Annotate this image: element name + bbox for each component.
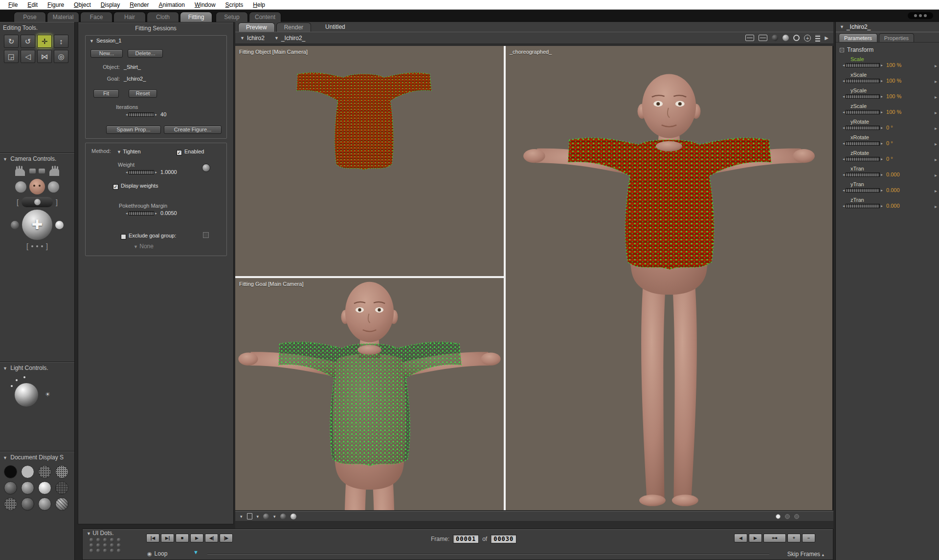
display-style-11-icon[interactable]: [38, 497, 51, 511]
dial-menu-arrow-icon[interactable]: ▸: [935, 141, 937, 147]
loop-toggle[interactable]: ◉ Loop: [147, 550, 167, 557]
pager-dot[interactable]: [794, 514, 799, 519]
menu-scripts[interactable]: Scripts: [221, 1, 248, 8]
panel-expand-arrow-icon[interactable]: ▶: [825, 35, 828, 41]
slider-track[interactable]: [846, 188, 880, 193]
ui-dot[interactable]: [103, 538, 107, 542]
fit-button[interactable]: Fit: [93, 89, 119, 98]
camera-move-ball-light-icon[interactable]: [55, 221, 64, 229]
chain-break-tool-icon[interactable]: ⋈: [37, 50, 52, 63]
footer-dropdown-icon[interactable]: ▾: [257, 514, 259, 519]
dial-slider[interactable]: ◂▸0.000: [843, 187, 900, 193]
add-keyframe-button[interactable]: +: [787, 534, 801, 542]
tab-preview[interactable]: Preview: [238, 22, 275, 32]
light-control-sphere[interactable]: [15, 383, 38, 407]
slider-track[interactable]: [846, 157, 880, 161]
camera-key-icon[interactable]: [29, 169, 36, 173]
dial-menu-arrow-icon[interactable]: ▸: [935, 157, 937, 162]
actor-selector[interactable]: ▼ _Ichiro2_: [274, 35, 305, 42]
tab-render[interactable]: Render: [276, 22, 311, 32]
display-style-7-icon[interactable]: [38, 481, 51, 495]
main-camera-viewport[interactable]: _choreographed_: [506, 46, 832, 510]
slider-right-arrow-icon[interactable]: ▸: [155, 112, 157, 117]
tab-parameters[interactable]: Parameters: [839, 33, 877, 42]
slider-track[interactable]: [129, 170, 154, 174]
pager-dot-active[interactable]: [776, 514, 781, 519]
collapse-triangle-icon[interactable]: ▼: [3, 455, 7, 460]
exclude-goal-group-checkbox[interactable]: ✓Exclude goal group:: [121, 232, 176, 239]
dial-slider[interactable]: ◂▸0.000: [843, 203, 900, 209]
weight-map-sphere-icon[interactable]: [202, 164, 210, 172]
rotate-tool-icon[interactable]: ↻: [4, 35, 19, 48]
footer-document-icon[interactable]: [247, 513, 252, 519]
tab-pose[interactable]: Pose: [14, 12, 46, 22]
menu-help[interactable]: Help: [248, 1, 269, 8]
dial-slider[interactable]: ◂▸0 °: [843, 140, 893, 146]
enabled-checkbox[interactable]: ✓Enabled: [177, 148, 204, 155]
sphere-icon[interactable]: [782, 35, 789, 41]
slider-right-arrow-icon[interactable]: ▸: [155, 211, 157, 215]
menu-animation[interactable]: Animation: [155, 1, 189, 8]
dial-slider[interactable]: ◂▸100 %: [843, 62, 901, 68]
slider-right-arrow-icon[interactable]: ▸: [881, 63, 883, 67]
stop-button[interactable]: ■: [176, 534, 189, 542]
translate-tool-icon[interactable]: ✛: [37, 35, 52, 48]
ui-dot[interactable]: [110, 538, 114, 542]
slider-left-arrow-icon[interactable]: ◂: [843, 79, 845, 83]
slider-right-arrow-icon[interactable]: ▸: [881, 79, 883, 83]
dial-menu-arrow-icon[interactable]: ▸: [935, 204, 937, 209]
go-to-start-button[interactable]: |◀: [146, 534, 159, 542]
method-dropdown[interactable]: ▼ Tighten: [117, 148, 141, 155]
footer-sphere-light-icon[interactable]: [291, 514, 296, 519]
slider-right-arrow-icon[interactable]: ▸: [881, 94, 883, 99]
slider-right-arrow-icon[interactable]: ▸: [881, 172, 883, 177]
display-style-1-icon[interactable]: [4, 465, 17, 478]
slider-track[interactable]: [846, 204, 880, 208]
tab-hair[interactable]: Hair: [113, 12, 146, 22]
ui-dot[interactable]: [117, 538, 121, 542]
slider-right-arrow-icon[interactable]: ▸: [881, 204, 883, 208]
dial-menu-arrow-icon[interactable]: ▸: [935, 126, 937, 131]
dial-menu-arrow-icon[interactable]: ▸: [935, 188, 937, 194]
view-magnifier-tool-icon[interactable]: ◎: [54, 50, 68, 63]
pokethrough-slider[interactable]: ◂ ▸ 0.0050: [126, 210, 177, 216]
viewport-divider-horizontal[interactable]: [235, 276, 504, 278]
dial-menu-arrow-icon[interactable]: ▸: [935, 110, 937, 115]
camera-roll-control[interactable]: [22, 197, 53, 207]
slider-track[interactable]: [129, 112, 154, 117]
menu-figure[interactable]: Figure: [43, 1, 68, 8]
dropdown-arrow-icon[interactable]: ▼: [840, 24, 844, 29]
goal-value[interactable]: _Ichiro2_: [124, 76, 146, 82]
fitting-object-viewport[interactable]: Fitting Object [Main Camera]: [235, 46, 504, 276]
step-back-button[interactable]: ◀|: [205, 534, 218, 542]
menu-render[interactable]: Render: [125, 1, 153, 8]
display-style-6-icon[interactable]: [21, 481, 34, 495]
tab-cloth[interactable]: Cloth: [147, 12, 179, 22]
skip-frames-toggle[interactable]: Skip Frames ▴: [787, 551, 824, 558]
display-style-4-icon[interactable]: [55, 465, 68, 478]
dial-menu-arrow-icon[interactable]: ▸: [935, 172, 937, 178]
tab-material[interactable]: Material: [47, 12, 79, 22]
light-dot-icon[interactable]: [23, 376, 25, 378]
display-style-8-icon[interactable]: [55, 481, 68, 495]
display-style-5-icon[interactable]: [4, 481, 17, 495]
slider-track[interactable]: [129, 211, 154, 215]
tab-face[interactable]: Face: [80, 12, 112, 22]
slider-track[interactable]: [846, 141, 880, 146]
collapse-triangle-icon[interactable]: ▼: [3, 366, 7, 371]
spawn-prop-button[interactable]: Spawn Prop...: [106, 126, 161, 134]
sphere-dark-icon[interactable]: [772, 35, 778, 41]
iterations-value[interactable]: 40: [160, 111, 166, 117]
edit-keyframes-button[interactable]: ⊶: [763, 534, 786, 542]
ui-dot[interactable]: [89, 543, 93, 547]
iterations-slider[interactable]: ◂ ▸ 40: [126, 111, 166, 117]
tray-stack-icon[interactable]: [759, 35, 767, 41]
slider-right-arrow-icon[interactable]: ▸: [881, 157, 883, 161]
ui-dot[interactable]: [89, 538, 93, 542]
ui-dot[interactable]: [117, 543, 121, 547]
dial-menu-arrow-icon[interactable]: ▸: [935, 94, 937, 100]
slider-left-arrow-icon[interactable]: ◂: [843, 110, 845, 114]
menu-display[interactable]: Display: [96, 1, 124, 8]
slider-track[interactable]: [846, 172, 880, 177]
move-hand-left-icon[interactable]: [14, 166, 26, 176]
